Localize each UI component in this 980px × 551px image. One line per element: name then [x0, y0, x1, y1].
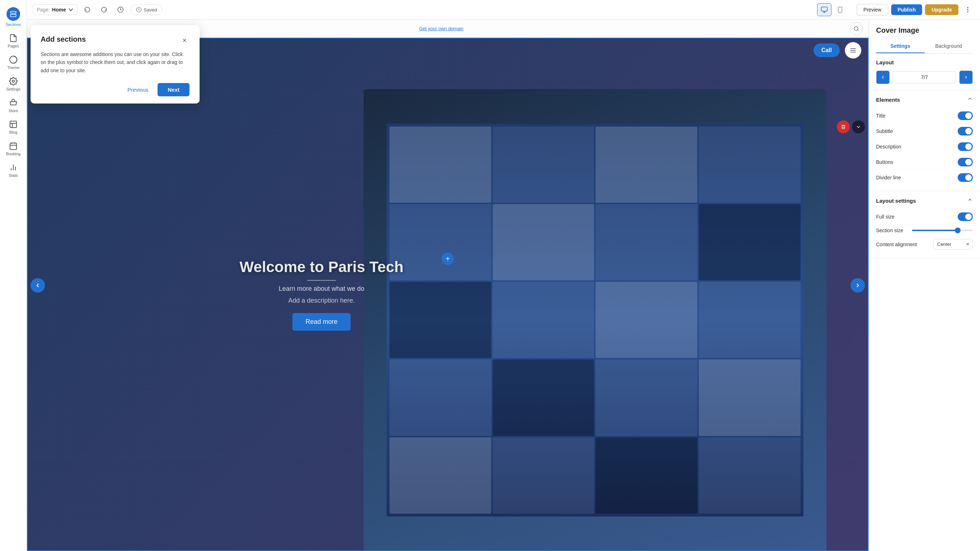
- layout-value: 7/7: [892, 71, 956, 83]
- expand-button[interactable]: [852, 121, 865, 133]
- upgrade-button[interactable]: Upgrade: [925, 4, 958, 15]
- sidebar-item-booking-label: Booking: [6, 152, 21, 156]
- popup-previous-button[interactable]: Previous: [122, 84, 153, 95]
- preview-button[interactable]: Preview: [857, 4, 888, 16]
- sidebar-item-settings[interactable]: Settings: [0, 73, 27, 95]
- sidebar-item-pages[interactable]: Pages: [0, 30, 27, 52]
- search-icon: [853, 26, 859, 32]
- layout-settings-header: Layout settings: [876, 197, 973, 204]
- svg-point-20: [967, 7, 968, 8]
- right-panel: Cover Image Settings Background Layout: [869, 20, 980, 551]
- sidebar-item-store-label: Store: [9, 108, 18, 113]
- svg-point-21: [967, 10, 968, 10]
- divider-toggle-row: Divider line: [876, 170, 973, 185]
- undo-icon: [84, 6, 91, 13]
- svg-rect-18: [838, 7, 842, 13]
- publish-button[interactable]: Publish: [891, 4, 923, 15]
- desktop-icon: [821, 6, 828, 13]
- redo-icon: [101, 6, 107, 13]
- elements-section: Elements Title Subtitle Descrip: [869, 90, 980, 191]
- desktop-btn[interactable]: [817, 3, 832, 16]
- description-toggle-label: Description: [876, 144, 901, 149]
- tab-settings[interactable]: Settings: [876, 40, 924, 53]
- stats-icon: [9, 163, 18, 172]
- store-icon: [9, 98, 18, 107]
- sidebar-item-theme[interactable]: Theme: [0, 52, 27, 73]
- topbar-right: Preview Publish Upgrade: [857, 3, 974, 16]
- sidebar-item-booking[interactable]: Booking: [0, 138, 27, 160]
- page-selector[interactable]: Page: Home: [33, 4, 77, 15]
- mobile-icon: [837, 6, 843, 13]
- buttons-toggle-row: Buttons: [876, 154, 973, 170]
- elements-collapse-icon[interactable]: [967, 96, 973, 103]
- nav-left-button[interactable]: [30, 278, 45, 292]
- section-size-row: Section size: [876, 225, 973, 236]
- device-switcher: [817, 3, 847, 16]
- chevron-left-icon: [35, 282, 41, 289]
- page-name: Home: [52, 7, 66, 13]
- svg-rect-15: [821, 7, 827, 11]
- svg-rect-4: [10, 121, 16, 128]
- tab-background[interactable]: Background: [924, 40, 973, 53]
- fullsize-toggle[interactable]: [958, 213, 973, 221]
- svg-point-3: [12, 80, 14, 82]
- page-label: Page:: [37, 7, 50, 13]
- domain-link[interactable]: Get your own domain: [419, 26, 464, 31]
- sidebar-item-stats[interactable]: Stats: [0, 160, 27, 181]
- nav-right-button[interactable]: [851, 278, 865, 292]
- pages-icon: [9, 34, 18, 43]
- sidebar-item-blog-label: Blog: [10, 130, 17, 135]
- topbar: Page: Home Saved Preview Publi: [27, 0, 980, 20]
- description-toggle-row: Description: [876, 139, 973, 154]
- popup-title: Add sections: [41, 35, 86, 43]
- mobile-btn[interactable]: [833, 3, 847, 16]
- title-toggle-label: Title: [876, 113, 885, 119]
- buttons-toggle[interactable]: [958, 158, 973, 167]
- popup-body: Sections are awesome additions you can u…: [41, 50, 189, 75]
- sidebar-item-sections[interactable]: Sections: [0, 3, 27, 30]
- saved-label: Saved: [144, 7, 157, 13]
- undo-button[interactable]: [81, 3, 94, 16]
- layout-section: Layout 7/7: [869, 54, 980, 90]
- laptop-screen: [387, 124, 803, 516]
- subtitle-toggle-row: Subtitle: [876, 124, 973, 139]
- popup-close-button[interactable]: ×: [180, 35, 189, 45]
- preview-menu-button[interactable]: [845, 42, 861, 59]
- section-size-slider[interactable]: [912, 230, 973, 231]
- booking-icon: [9, 141, 18, 150]
- layout-section-header: Layout: [876, 59, 973, 65]
- sidebar-item-store[interactable]: Store: [0, 95, 27, 116]
- delete-button[interactable]: [837, 121, 850, 133]
- add-sections-popup: Add sections × Sections are awesome addi…: [30, 25, 200, 103]
- settings-icon: [9, 77, 18, 86]
- buttons-toggle-label: Buttons: [876, 159, 893, 165]
- section-size-label: Section size: [876, 227, 908, 233]
- preview-search-button[interactable]: [850, 22, 863, 35]
- sidebar-item-settings-label: Settings: [6, 87, 21, 91]
- popup-next-button[interactable]: Next: [158, 83, 189, 96]
- description-toggle[interactable]: [958, 142, 973, 151]
- divider-toggle[interactable]: [958, 173, 973, 182]
- subtitle-toggle[interactable]: [958, 127, 973, 135]
- theme-icon: [9, 56, 18, 64]
- redo-button[interactable]: [97, 3, 110, 16]
- svg-point-22: [967, 11, 968, 12]
- sidebar-item-stats-label: Stats: [9, 173, 18, 178]
- popup-header: Add sections ×: [41, 35, 189, 45]
- read-more-button[interactable]: Read more: [293, 313, 350, 331]
- saved-status[interactable]: Saved: [130, 4, 162, 15]
- layout-settings-collapse-icon[interactable]: [967, 197, 973, 204]
- layout-controls: 7/7: [876, 70, 973, 84]
- add-section-button[interactable]: +: [442, 252, 454, 265]
- content-alignment-select[interactable]: Left Center Right: [933, 239, 973, 249]
- layout-prev-button[interactable]: [876, 70, 890, 84]
- topbar-menu-button[interactable]: [961, 3, 974, 16]
- cover-content: Welcome to Paris Tech Learn more about w…: [240, 259, 404, 331]
- title-toggle[interactable]: [958, 111, 973, 120]
- sidebar-item-blog[interactable]: Blog: [0, 116, 27, 138]
- layout-next-button[interactable]: [959, 70, 973, 84]
- history-button[interactable]: [114, 3, 127, 16]
- call-button[interactable]: Call: [813, 43, 840, 57]
- expand-icon: [856, 124, 861, 130]
- sidebar-item-sections-label: Sections: [6, 22, 21, 27]
